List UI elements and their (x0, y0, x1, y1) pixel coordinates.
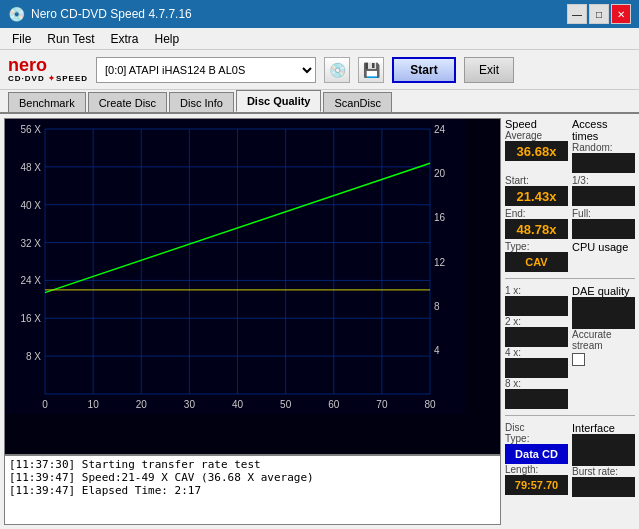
type-label: Type: (505, 241, 568, 252)
dae-col: DAE quality Accurate stream (572, 285, 635, 409)
access-times-label: Access times (572, 118, 635, 142)
menu-help[interactable]: Help (147, 30, 188, 48)
disc-type-col: Disc Type: Data CD Length: 79:57.70 (505, 422, 568, 497)
tabs-bar: Benchmark Create Disc Disc Info Disc Qua… (0, 90, 639, 114)
menu-file[interactable]: File (4, 30, 39, 48)
minimize-button[interactable]: — (567, 4, 587, 24)
disc-interface-row: Disc Type: Data CD Length: 79:57.70 Inte… (505, 422, 635, 497)
divider-2 (505, 415, 635, 416)
start-col: Start: 21.43x (505, 175, 568, 206)
speed-header: Speed Average 36.68x Access times Random… (505, 118, 635, 173)
interface-value (572, 434, 635, 466)
random-label: Random: (572, 142, 635, 153)
cpu-x2-label: 2 x: (505, 316, 568, 327)
start-label: Start: (505, 175, 568, 186)
speed-label: Speed (505, 118, 568, 130)
random-value (572, 153, 635, 173)
drive-selector[interactable]: [0:0] ATAPI iHAS124 B AL0S (96, 57, 316, 83)
accurate-stream-label2: stream (572, 340, 635, 351)
chart-area: [11:37:30] Starting transfer rate test [… (4, 118, 501, 525)
accurate-stream-label1: Accurate (572, 329, 635, 340)
title-bar-controls: — □ ✕ (567, 4, 631, 24)
speed-row2: Start: 21.43x 1/3: (505, 175, 635, 206)
dae-label: DAE quality (572, 285, 635, 297)
nero-logo: nero CD·DVD ✦SPEED (8, 56, 88, 83)
title-bar-left: 💿 Nero CD-DVD Speed 4.7.7.16 (8, 6, 192, 22)
maximize-button[interactable]: □ (589, 4, 609, 24)
save-icon-button[interactable]: 💾 (358, 57, 384, 83)
main-content: [11:37:30] Starting transfer rate test [… (0, 114, 639, 529)
speed-section: Speed Average 36.68x Access times Random… (505, 118, 635, 272)
burst-rate-value (572, 477, 635, 497)
onethird-label: 1/3: (572, 175, 635, 186)
cpu-dae-row: 1 x: 2 x: 4 x: 8 x: DAE quality Accurate… (505, 285, 635, 409)
cd-dvd-speed-text: CD·DVD ✦SPEED (8, 74, 88, 83)
end-col: End: 48.78x (505, 208, 568, 239)
full-value (572, 219, 635, 239)
accurate-stream-checkbox[interactable] (572, 353, 585, 366)
dae-value (572, 297, 635, 329)
tab-benchmark[interactable]: Benchmark (8, 92, 86, 112)
app-icon: 💿 (8, 6, 25, 22)
cpu-usage-col: CPU usage (572, 241, 635, 272)
cpu-x1-value (505, 296, 568, 316)
onethird-value (572, 186, 635, 206)
divider-1 (505, 278, 635, 279)
accurate-stream-row (572, 353, 635, 366)
full-label: Full: (572, 208, 635, 219)
tab-disc-info[interactable]: Disc Info (169, 92, 234, 112)
onethird-col: 1/3: (572, 175, 635, 206)
chart-container (4, 118, 501, 455)
speed-row3: End: 48.78x Full: (505, 208, 635, 239)
disc-type-header: Disc (505, 422, 568, 433)
toolbar: nero CD·DVD ✦SPEED [0:0] ATAPI iHAS124 B… (0, 50, 639, 90)
tab-create-disc[interactable]: Create Disc (88, 92, 167, 112)
right-panel: Speed Average 36.68x Access times Random… (505, 118, 635, 525)
menu-bar: File Run Test Extra Help (0, 28, 639, 50)
end-value: 48.78x (505, 219, 568, 239)
speed-row4: Type: CAV CPU usage (505, 241, 635, 272)
full-col: Full: (572, 208, 635, 239)
start-value: 21.43x (505, 186, 568, 206)
average-value: 36.68x (505, 141, 568, 161)
cpu-usage-label: CPU usage (572, 241, 635, 253)
cpu-col: 1 x: 2 x: 4 x: 8 x: (505, 285, 568, 409)
access-times-col: Access times Random: (572, 118, 635, 173)
disc-icon-button[interactable]: 💿 (324, 57, 350, 83)
nero-brand-text: nero (8, 56, 47, 74)
type-value: CAV (505, 252, 568, 272)
cpu-x4-label: 4 x: (505, 347, 568, 358)
disc-length-value: 79:57.70 (505, 475, 568, 495)
disc-type-label: Type: (505, 433, 568, 444)
cpu-x2-value (505, 327, 568, 347)
type-col: Type: CAV (505, 241, 568, 272)
title-bar: 💿 Nero CD-DVD Speed 4.7.7.16 — □ ✕ (0, 0, 639, 28)
interface-col: Interface Burst rate: (572, 422, 635, 497)
cpu-x8-label: 8 x: (505, 378, 568, 389)
log-row-3: [11:39:47] Elapsed Time: 2:17 (9, 484, 496, 497)
interface-label: Interface (572, 422, 635, 434)
burst-rate-label: Burst rate: (572, 466, 635, 477)
menu-extra[interactable]: Extra (102, 30, 146, 48)
cpu-x8-value (505, 389, 568, 409)
speed-label-col: Speed Average 36.68x (505, 118, 568, 173)
tab-disc-quality[interactable]: Disc Quality (236, 90, 322, 112)
app-title: Nero CD-DVD Speed 4.7.7.16 (31, 7, 192, 21)
menu-run-test[interactable]: Run Test (39, 30, 102, 48)
disc-type-value: Data CD (505, 444, 568, 464)
log-area[interactable]: [11:37:30] Starting transfer rate test [… (4, 455, 501, 525)
log-row-1: [11:37:30] Starting transfer rate test (9, 458, 496, 471)
close-button[interactable]: ✕ (611, 4, 631, 24)
cpu-x1-label: 1 x: (505, 285, 568, 296)
tab-scan-disc[interactable]: ScanDisc (323, 92, 391, 112)
log-row-2: [11:39:47] Speed:21-49 X CAV (36.68 X av… (9, 471, 496, 484)
start-button[interactable]: Start (392, 57, 456, 83)
cpu-x4-value (505, 358, 568, 378)
end-label: End: (505, 208, 568, 219)
average-label: Average (505, 130, 568, 141)
exit-button[interactable]: Exit (464, 57, 514, 83)
disc-length-label: Length: (505, 464, 568, 475)
